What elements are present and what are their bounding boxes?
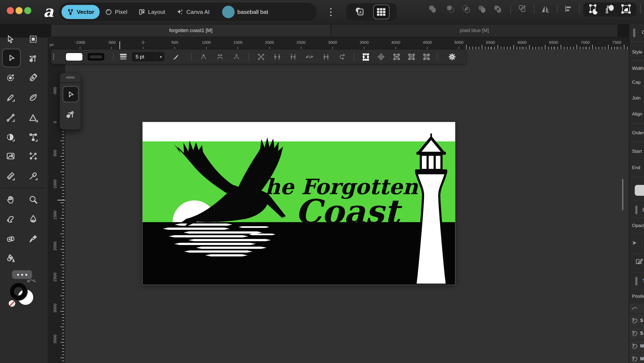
edit-note-icon[interactable] (635, 257, 643, 266)
paintbrush-tool[interactable] (27, 232, 39, 245)
persona-vector[interactable]: Vector (62, 5, 100, 19)
tab-title: plaid blue [M] (460, 28, 489, 33)
close-curve-button[interactable] (287, 49, 299, 64)
convert-to-smart-node-button[interactable] (230, 49, 243, 64)
smooth-curve-button[interactable] (303, 49, 316, 64)
h-ruler-label: 5000 (454, 40, 463, 45)
vector-brush-tool[interactable] (27, 91, 39, 104)
pencil-tool[interactable] (4, 91, 17, 104)
persona-vector-label: Vector (77, 9, 94, 15)
freehand-selection-tool[interactable] (4, 71, 17, 84)
sponge-tool[interactable] (4, 232, 17, 245)
match-curvature-button[interactable] (320, 49, 332, 64)
shape-tool[interactable] (27, 111, 39, 124)
cursor-position-marker (119, 41, 120, 49)
convert-to-smooth-node-button[interactable] (214, 49, 226, 64)
pan-tool[interactable] (4, 193, 17, 206)
smudge-tool[interactable] (4, 213, 17, 225)
gradient-tool[interactable] (4, 111, 17, 124)
boolean-combine-button[interactable] (492, 2, 504, 16)
select-object-mode-button[interactable] (588, 4, 599, 15)
history-row[interactable]: M (629, 353, 644, 363)
flip-selection-button[interactable] (405, 49, 418, 64)
rotate-selection-button[interactable] (420, 49, 433, 64)
v-ruler-label: 1500 (53, 210, 57, 219)
history-row[interactable]: S (629, 327, 644, 339)
more-options-menu-button[interactable] (328, 6, 334, 18)
boolean-intersect-button[interactable] (460, 2, 473, 16)
move-tool[interactable] (4, 33, 17, 45)
ruler-unit-corner[interactable]: px (48, 37, 65, 49)
zoom-tool[interactable] (27, 193, 39, 206)
toolbar-divider (510, 4, 511, 14)
blur-tool[interactable] (27, 213, 39, 225)
panel-scrollbar-thumb[interactable] (622, 179, 623, 210)
toolbar-drag-handle[interactable] (53, 53, 54, 60)
transparency-tool[interactable] (4, 131, 17, 144)
fill-swatch[interactable] (66, 53, 82, 61)
history-row[interactable]: M (629, 340, 644, 352)
flood-fill-tool[interactable] (4, 252, 17, 264)
point-transform-tool[interactable] (27, 52, 39, 65)
flyout-node-tool[interactable] (63, 86, 79, 102)
no-color-swatch[interactable] (9, 300, 15, 307)
color-picker-tool[interactable] (27, 170, 39, 182)
tab-forgotten-coast1[interactable]: forgotten coast1 [M] (51, 24, 330, 37)
persona-layout[interactable]: Layout (133, 5, 171, 19)
text-styles-toggle-button[interactable]: A (354, 5, 366, 18)
stroke-cap-label: Cap (632, 80, 640, 85)
swap-colors-icon[interactable] (26, 278, 36, 287)
history-row[interactable]: S (629, 315, 644, 327)
tab-plaid-blue[interactable]: plaid blue [M] (331, 24, 617, 37)
persona-pixel-label: Pixel (115, 9, 127, 15)
panel-divider (631, 233, 644, 233)
persona-pixel[interactable]: Pixel (100, 5, 133, 19)
hide-nodes-button[interactable] (390, 49, 403, 64)
flyout-drag-handle[interactable] (66, 76, 75, 79)
settings-gear-button[interactable] (445, 49, 459, 64)
close-window-button[interactable] (7, 7, 14, 14)
panel-drag-handle[interactable] (635, 277, 637, 286)
panel-drag-handle[interactable] (635, 206, 637, 214)
blend-options-expander[interactable]: > (633, 240, 636, 246)
flyout-divider (60, 82, 81, 83)
transform-mode-button[interactable] (621, 4, 631, 15)
artboard-tool[interactable] (27, 33, 39, 45)
document-switcher[interactable]: baseball bat (215, 6, 268, 18)
panel-drag-handle[interactable] (633, 29, 635, 37)
alignment-button[interactable] (563, 2, 575, 16)
pressure-profile-button[interactable] (169, 49, 182, 64)
convert-to-sharp-node-button[interactable] (197, 49, 210, 64)
boolean-divide-button[interactable] (476, 2, 488, 16)
break-curve-button[interactable] (271, 49, 283, 64)
vector-crop-tool[interactable] (27, 150, 39, 162)
node-tool[interactable] (2, 49, 21, 67)
transform-origin-button[interactable] (375, 49, 387, 64)
artboard-forgotten-coast[interactable]: The Forgotten Coast (143, 122, 455, 285)
stroke-swatch[interactable] (88, 53, 104, 61)
panel-divider (631, 177, 644, 177)
minimize-window-button[interactable] (16, 7, 23, 14)
join-curves-button[interactable] (255, 49, 267, 64)
show-selection-box-button[interactable] (360, 49, 372, 64)
studio-grid-toggle-button[interactable] (373, 5, 390, 19)
pen-tool[interactable] (27, 71, 39, 84)
flyout-point-transform-tool[interactable] (65, 108, 76, 120)
boolean-subtract-button[interactable] (444, 2, 457, 16)
flip-mirror-button[interactable] (539, 2, 552, 16)
measure-tool[interactable] (4, 170, 17, 182)
boolean-add-button[interactable] (426, 2, 439, 16)
node-edit-mode-button[interactable] (605, 4, 615, 15)
place-image-tool[interactable] (4, 150, 17, 162)
history-row-partial[interactable] (629, 303, 644, 313)
stroke-width-select[interactable]: 5 pt ▾ (132, 52, 165, 61)
reverse-curve-button[interactable] (336, 49, 349, 64)
stroke-style-button[interactable] (117, 49, 129, 64)
zoom-window-button[interactable] (24, 7, 31, 14)
persona-canva-ai[interactable]: Canva AI (171, 5, 215, 19)
pressure-profile-swatch[interactable] (635, 185, 644, 196)
duplicate-button[interactable] (516, 2, 529, 16)
text-tool[interactable] (27, 131, 39, 144)
stroke-color-well[interactable] (10, 283, 27, 300)
h-ruler-label: 1500 (233, 40, 242, 45)
